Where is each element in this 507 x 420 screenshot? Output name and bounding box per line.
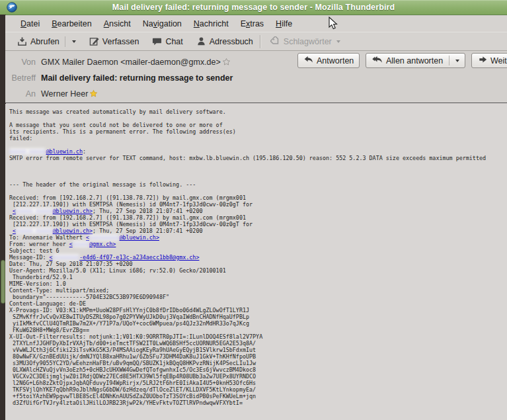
menu-ansicht[interactable]: Ansicht: [98, 17, 137, 30]
redacted-text: xxxxxxxx: [53, 254, 79, 261]
menu-nachricht[interactable]: Nachricht: [188, 17, 235, 30]
email-link[interactable]: @bluewin.ch: [46, 148, 82, 155]
email-link[interactable]: <: [50, 254, 53, 261]
email-link[interactable]: @bluewin.ch>: [119, 234, 159, 241]
email-link[interactable]: @bluewin.ch>: [53, 228, 93, 234]
body-text: [212.227.17.190]) with ESMTPSA (Nemesis)…: [9, 221, 253, 228]
compose-button[interactable]: Verfassen: [85, 34, 143, 48]
body-text: Message-ID:: [9, 254, 50, 261]
body-text: +f5toiYAzhEW9pgvwTlBE8ScEl4DNhKnAUUSdZaZ…: [9, 393, 256, 399]
body-line: <xxxxx.xxxxx@bluewin.ch>; Thu, 27 Sep 20…: [9, 208, 507, 214]
body-text: d3ZfUifGrTVJry4lztaOilJHilLOJRB23RjwP2k/…: [9, 399, 243, 406]
body-text: Date: Thu, 27 Sep 2018 21:07:35 +0200: [9, 261, 133, 267]
to-value[interactable]: Werner Heer: [41, 89, 88, 99]
body-text: User-Agent: Mozilla/5.0 (X11; Linux i686…: [9, 267, 226, 274]
body-text: SMTP error from remote server for TEXT c…: [9, 155, 486, 161]
menu-bearbeiten[interactable]: Bearbeiten: [46, 17, 98, 30]
body-text: 0LXWAlcHZVuQjvVn3oEzh5+0cHBJcUHXWW4GwDef…: [9, 366, 256, 373]
chat-label: Chat: [165, 37, 182, 46]
body-text: SZMvKffrJvCvQvXE8wITUyDSZRL98po7g02PYVWy…: [9, 314, 249, 320]
compose-icon: [89, 36, 99, 46]
window-title: Mail delivery failed: returning message …: [112, 3, 395, 12]
body-line: s3MU3Ofy9055YC2YD/wEehznHaFBt/uBv9qmQQ/S…: [9, 360, 507, 366]
body-line: Content-Type: multipart/mixed;: [9, 287, 507, 294]
body-line: SMTP error from remote server for TEXT c…: [9, 155, 507, 161]
forward-button[interactable]: Weiterleiten: [471, 53, 507, 68]
body-text: A message that you sent could not be del…: [9, 122, 223, 128]
menu-extras[interactable]: Extras: [235, 17, 270, 30]
body-text: yiIkMkfvCClU4QTmRIBw7m2X+/Y71P7a/UQoY+co…: [9, 320, 249, 327]
body-line: Subject: test 6: [9, 247, 507, 254]
body-text: Subject: test 6: [9, 247, 59, 254]
email-link[interactable]: @bluewin.ch>: [53, 208, 93, 214]
get-mail-label: Abrufen: [30, 37, 59, 46]
email-link[interactable]: -e4d6-4f07-e13c-a234aecc1bb8@gmx.ch>: [79, 254, 200, 261]
from-label: Von: [5, 58, 36, 67]
body-line: <xxxxx.xxxxx@bluewin.ch>; Thu, 27 Sep 20…: [9, 228, 507, 234]
body-line: [212.227.17.190]) with ESMTPSA (Nemesis)…: [9, 201, 507, 208]
menubar: Datei Bearbeiten Ansicht Navigation Nach…: [5, 15, 507, 32]
body-text: 80wNwFX/GznBEdUUijk/dmNJYQlB8xaHRhu1w/6Z…: [9, 353, 256, 360]
titlebar[interactable]: Mail delivery failed: returning message …: [0, 0, 507, 15]
redacted-text: xxxxx.xxxxx: [16, 228, 52, 234]
body-line: From: werner heer <xxxxx@gmx.ch>: [9, 241, 507, 247]
body-line: FKuW628H8+MWg8/EvrZBg==: [9, 327, 507, 333]
body-text: To: Annemarie Walthert: [9, 234, 86, 241]
star-gold-icon[interactable]: [89, 89, 98, 101]
addressbook-button[interactable]: Adressbuch: [192, 34, 257, 48]
body-text: s3MU3Ofy9055YC2YD/wEehznHaFBt/uBv9qmQQ/S…: [9, 360, 256, 366]
toolbar-separator: [260, 35, 260, 48]
menu-navigation[interactable]: Navigation: [137, 17, 188, 30]
body-line: +f5toiYAzhEW9pgvwTlBE8ScEl4DNhKnAUUSdZaZ…: [9, 393, 507, 399]
body-line: [9, 161, 507, 168]
chevron-down-icon[interactable]: [72, 40, 76, 43]
reply-button[interactable]: Antworten: [297, 53, 360, 68]
forward-arrow-icon: [477, 55, 487, 66]
body-line: boundary="------------5704E32BC53B979E6D…: [9, 294, 507, 300]
body-line: --- The header of the original message i…: [9, 181, 507, 188]
reply-all-button[interactable]: Allen antworten: [366, 53, 465, 68]
body-line: [9, 168, 507, 175]
to-label: An: [5, 89, 36, 99]
body-line: yiIkMkfvCClU4QTmRIBw7m2X+/Y71P7a/UQoY+co…: [9, 320, 507, 327]
chevron-down-icon: [336, 40, 340, 43]
body-line: Message-ID: <xxxxxxxx-e4d6-4f07-e13c-a23…: [9, 254, 507, 261]
body-text: Content-Language: de-DE: [9, 300, 86, 307]
split-separator: [65, 36, 65, 47]
chevron-down-icon[interactable]: [455, 60, 459, 62]
body-line: [9, 115, 507, 122]
menu-datei[interactable]: Datei: [15, 17, 46, 30]
tag-icon: [270, 36, 280, 46]
body-line: d3ZfUifGrTVJry4lztaOilJHilLOJRB23RjwP2k/…: [9, 399, 507, 406]
body-line: 0LXWAlcHZVuQjvVn3oEzh5+0cHBJcUHXWW4GwDef…: [9, 366, 507, 373]
body-text: Received: from [192.168.2.7] ([91.138.78…: [9, 214, 246, 221]
body-line: MIME-Version: 1.0: [9, 280, 507, 287]
body-line: 80wNwFX/GznBEdUUijk/dmNJYQlB8xaHRhu1w/6Z…: [9, 353, 507, 360]
menu-hilfe[interactable]: Hilfe: [270, 17, 298, 30]
subject-value: Mail delivery failed: returning message …: [41, 73, 233, 83]
body-text: X-UI-Out-Filterresults: notjunk:1;V01:K0…: [9, 333, 262, 340]
star-outline-icon[interactable]: [222, 57, 231, 69]
body-line: Thunderbird/52.9.1: [9, 274, 507, 280]
from-value[interactable]: GMX Mailer Daemon <mailer-daemon@gmx.de>: [41, 58, 221, 67]
body-line: Content-Language: de-DE: [9, 300, 507, 307]
compose-label: Verfassen: [102, 37, 139, 46]
reply-all-arrow-icon: [371, 55, 383, 66]
body-text: :: [83, 148, 86, 155]
body-line: xxxxx.xxxxx@bluewin.ch:: [9, 148, 507, 155]
body-line: [212.227.17.190]) with ESMTPSA (Nemesis)…: [9, 221, 507, 228]
body-line: TKFSVjlQhYKE7qQbhR9oJblhNgsG6bDW/6zHdzeq…: [9, 386, 507, 393]
body-text: From: werner heer: [9, 241, 69, 247]
body-text: VGCXv2C3DEijmgljwZ0iIRdjQDWz27ECd8E5HTX3…: [9, 373, 256, 380]
get-mail-button[interactable]: Abrufen: [13, 34, 80, 49]
chat-button[interactable]: Chat: [148, 34, 186, 48]
body-text: FKuW628H8+MWg8/EvrZBg==: [9, 327, 89, 333]
body-line: its recipients. This is a permanent erro…: [9, 128, 507, 135]
email-link[interactable]: @gmx.ch>: [89, 241, 116, 247]
body-text: This message was created automatically b…: [9, 108, 226, 115]
forward-label: Weiterleiten: [490, 56, 507, 65]
body-text: Thunderbird/52.9.1: [9, 274, 73, 280]
body-text: failed:: [9, 135, 32, 142]
background-scrollbar-thumb[interactable]: [1, 260, 5, 304]
body-line: failed:: [9, 135, 507, 142]
